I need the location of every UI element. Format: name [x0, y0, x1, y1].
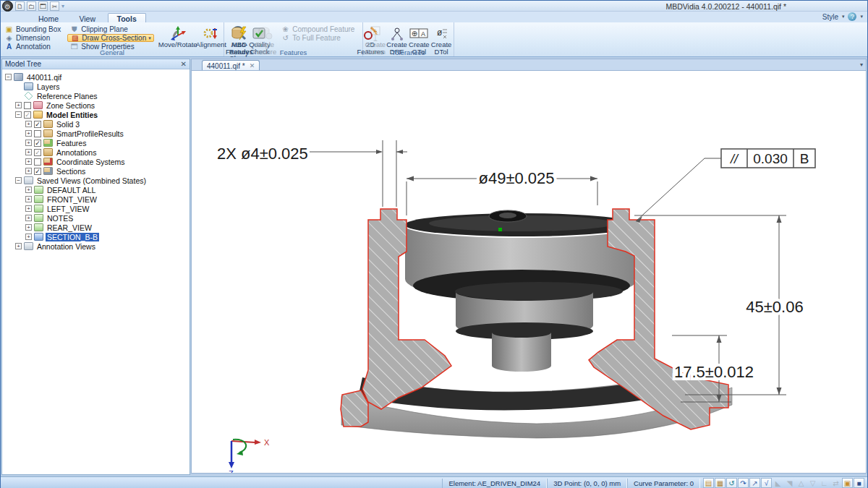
tab-strip-menu-icon[interactable]: ▾ — [860, 61, 863, 68]
expand-icon[interactable]: + — [15, 102, 22, 108]
feature-control-frame[interactable]: // 0.030 B — [636, 149, 815, 223]
style-button[interactable]: Style — [822, 13, 838, 21]
expand-icon[interactable]: + — [25, 187, 32, 193]
dimension-hole-callout[interactable]: 2X ø4±0.025 — [217, 140, 407, 207]
viewport-3d[interactable]: 2X ø4±0.025 ø49±0.025 — [191, 70, 867, 474]
svg-text:2X ø4±0.025: 2X ø4±0.025 — [217, 145, 308, 163]
alignment-button[interactable]: Alignment — [196, 24, 226, 48]
tree-item-solid-3[interactable]: +✓Solid 3 — [2, 119, 190, 129]
qat-dropdown-icon[interactable]: ▾ — [61, 3, 64, 9]
expand-icon[interactable]: + — [25, 168, 32, 174]
tree-item-section-b-b[interactable]: +SECTION_B-B — [2, 232, 190, 241]
notes-panel-icon[interactable]: ▣ — [842, 478, 853, 488]
expand-icon[interactable]: + — [25, 215, 32, 221]
draw-cross-section-button[interactable]: ▨Draw Cross-Section▾ — [67, 34, 153, 42]
tree-item-reference-planes[interactable]: Reference Planes — [2, 91, 190, 100]
expand-icon[interactable]: + — [25, 149, 32, 155]
compound-feature-button[interactable]: ❀Compound Feature — [278, 25, 357, 33]
document-tab[interactable]: 440011.qif * ✕ — [202, 60, 260, 71]
tree-item-annotations[interactable]: +✓Annotations — [2, 147, 190, 157]
status-curve-parameter: Curve Parameter: 0 — [627, 479, 700, 488]
tree-checkbox[interactable]: ✓ — [34, 140, 41, 147]
style-dropdown-icon[interactable]: ▾ — [842, 14, 845, 20]
tree-item-layers[interactable]: Layers — [2, 82, 190, 91]
tree-item-left-view[interactable]: +LEFT_VIEW — [2, 204, 190, 213]
tree-checkbox[interactable] — [34, 158, 41, 166]
tree-item-saved-views-combined-states-[interactable]: −Saved Views (Combined States) — [2, 176, 190, 185]
expand-icon[interactable]: + — [25, 196, 32, 202]
expand-icon[interactable]: + — [25, 121, 32, 127]
tree-item-440011-qif[interactable]: −440011.qif — [2, 72, 190, 82]
create-datum-button[interactable]: A Create Datum — [365, 24, 386, 48]
tree-checkbox[interactable]: ✓ — [24, 111, 31, 119]
tree-checkbox[interactable] — [34, 130, 41, 137]
features-icon — [43, 139, 53, 147]
help-icon[interactable]: ? — [848, 12, 856, 21]
bounding-box-icon: ▣ — [4, 25, 14, 33]
tree-checkbox[interactable] — [24, 102, 31, 109]
expand-icon[interactable]: + — [25, 234, 32, 240]
new-document-icon[interactable]: 🗋 — [15, 1, 25, 11]
tree-item-features[interactable]: +✓Features — [2, 138, 190, 147]
tree-item-smartprofileresults[interactable]: +SmartProfileResults — [2, 129, 190, 138]
app-menu-button[interactable]: ⚙ — [2, 1, 13, 12]
auto-features-button[interactable]: Auto-Features — [226, 24, 252, 48]
document-tab-close-icon[interactable]: ✕ — [250, 62, 255, 69]
collapse-icon[interactable]: − — [15, 177, 22, 184]
model-panel-icon[interactable]: ■ — [854, 478, 864, 488]
cross-section-dropdown-icon[interactable]: ▾ — [148, 35, 151, 41]
tree-item-notes[interactable]: +NOTES — [2, 213, 190, 223]
layer-manager-icon[interactable]: ▤ — [703, 478, 714, 488]
help-dropdown-icon[interactable]: ▾ — [860, 14, 863, 20]
tools-icon[interactable]: ✂ — [50, 1, 59, 11]
tree-item-label: Reference Planes — [35, 92, 98, 100]
refresh-view-icon[interactable]: ↺ — [726, 478, 737, 488]
dimension-diameter-callout[interactable]: ø49±0.025 — [407, 169, 597, 215]
create-dtol-button[interactable]: ø Create DTol — [430, 24, 452, 48]
expand-icon[interactable]: + — [25, 140, 32, 146]
create-dtol-icon: ø — [433, 25, 450, 41]
open-document-icon[interactable]: 🗀 — [27, 1, 36, 11]
part-cross-section[interactable] — [341, 209, 732, 438]
to-full-feature-button[interactable]: ↺To Full Feature — [278, 34, 357, 42]
expand-icon[interactable]: + — [25, 130, 32, 137]
view-manager-icon[interactable]: ▦ — [715, 478, 726, 488]
point-snap-icon[interactable]: ↗ — [749, 478, 760, 488]
curve-snap-icon[interactable]: ↷ — [738, 478, 749, 488]
single-feature-button[interactable]: Single Feature — [252, 24, 276, 48]
create-drf-button[interactable]: Create DRF — [386, 24, 408, 48]
collapse-icon[interactable]: − — [5, 74, 12, 80]
quick-access-toolbar: ⚙ 🗋 🗀 🗔 ✂ ▾ — [2, 1, 64, 12]
view-green-icon — [34, 195, 43, 203]
expand-icon[interactable]: + — [25, 158, 32, 165]
tree-item-sections[interactable]: +✓Sections — [2, 166, 190, 176]
create-gtol-button[interactable]: ⊕A Create GTol — [408, 24, 431, 48]
expand-icon[interactable]: + — [25, 224, 32, 231]
tree-checkbox[interactable]: ✓ — [34, 121, 41, 128]
bounding-box-button[interactable]: ▣Bounding Box — [2, 25, 63, 33]
tree-item-annotation-views[interactable]: +Annotation Views — [2, 241, 190, 251]
svg-text:ø49±0.025: ø49±0.025 — [478, 169, 554, 187]
expand-icon[interactable]: + — [15, 243, 22, 249]
model-tree-close-icon[interactable]: ✕ — [181, 60, 187, 68]
tree-item-front-view[interactable]: +FRONT_VIEW — [2, 194, 190, 204]
tree-item-model-entities[interactable]: −✓Model Entities — [2, 110, 190, 119]
tree-item-default-all[interactable]: +DEFAULT ALL — [2, 185, 190, 194]
tree-checkbox[interactable]: ✓ — [34, 168, 41, 175]
tree-item-zone-sections[interactable]: +Zone Sections — [2, 100, 190, 110]
create-datum-icon: A — [368, 25, 383, 41]
tree-item-label: Coordinate Systems — [55, 158, 127, 166]
tree-item-rear-view[interactable]: +REAR_VIEW — [2, 223, 190, 232]
select-vertex-icon: ▽ — [807, 478, 818, 488]
dimension-button[interactable]: ◈Dimension — [2, 34, 63, 42]
tree-checkbox[interactable]: ✓ — [34, 149, 41, 156]
clipping-plane-button[interactable]: ⛊Clipping Plane — [67, 25, 153, 33]
tree-item-coordinate-systems[interactable]: +Coordinate Systems — [2, 157, 190, 166]
move-rotate-button[interactable]: Move/Rotate — [160, 24, 196, 48]
tree-item-label: Annotation Views — [35, 242, 97, 251]
surface-snap-icon[interactable]: √ — [761, 478, 772, 488]
expand-icon[interactable]: + — [25, 205, 32, 212]
collapse-icon[interactable]: − — [15, 111, 22, 118]
save-document-icon[interactable]: 🗔 — [38, 1, 48, 11]
solid-icon — [43, 120, 53, 128]
